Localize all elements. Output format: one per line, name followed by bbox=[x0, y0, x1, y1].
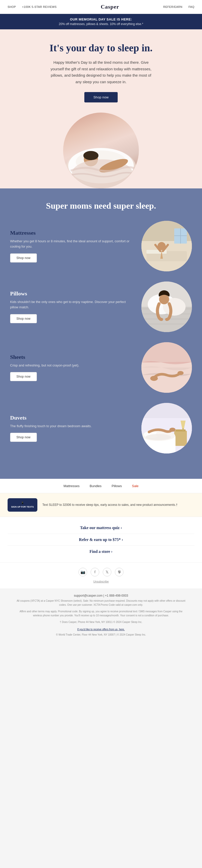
svg-point-27 bbox=[177, 371, 183, 375]
nav-reviews-link[interactable]: +100k 5-Star Reviews bbox=[22, 5, 57, 8]
svg-point-38 bbox=[146, 434, 171, 440]
text-signup-section: 📱 SIGN UP FOR TEXTS Text SLEEP to 32006 … bbox=[0, 493, 202, 517]
fine-print-3: † Does Casper, Phone 44 New York, NY 100… bbox=[15, 620, 187, 624]
footer-nav-bundles[interactable]: Bundles bbox=[90, 484, 102, 488]
nav-left-links: Shop +100k 5-Star Reviews bbox=[7, 5, 57, 8]
sheets-content: Sheets Crisp and refreshing, but not cra… bbox=[10, 354, 134, 381]
phone-signup-icon: 📱 SIGN UP FOR TEXTS bbox=[7, 498, 37, 512]
hero-body: Happy Mother's Day to all the tired moms… bbox=[48, 59, 154, 85]
duvets-shop-button[interactable]: Shop now bbox=[10, 433, 37, 442]
hero-image bbox=[63, 113, 139, 188]
duvets-illustration bbox=[141, 403, 192, 454]
mattresses-illustration bbox=[141, 221, 192, 271]
signup-label: SIGN UP FOR TEXTS bbox=[11, 505, 34, 508]
footer-details: support@casper.com | +1 888-498-0003 All… bbox=[0, 589, 202, 641]
pillows-desc: Kids shouldn't be the only ones who get … bbox=[10, 300, 134, 310]
sheets-desc: Crisp and refreshing, but not crayon-pro… bbox=[10, 363, 134, 368]
fine-print-1: All coupons (XFCTA) at a Casper NYC Show… bbox=[15, 599, 187, 607]
banner-title: OUR MEMORIAL DAY SALE IS HERE: bbox=[5, 18, 197, 21]
navigation: Shop +100k 5-Star Reviews Casper Refer/E… bbox=[0, 0, 202, 14]
svg-point-26 bbox=[150, 376, 158, 381]
footer-unsubscribe-link[interactable]: If you'd like to receive offers from us,… bbox=[77, 628, 125, 631]
super-moms-section: Super moms need super sleep. Mattresses … bbox=[0, 188, 202, 479]
text-signup-text: Text SLEEP to 32006 to receive sleep tip… bbox=[42, 502, 177, 507]
product-row-mattresses: Mattresses Whether you get 8 hours or 8 … bbox=[10, 221, 192, 271]
promo-banner: OUR MEMORIAL DAY SALE IS HERE: 20% off m… bbox=[0, 14, 202, 29]
hero-title: It's your day to sleep in. bbox=[15, 42, 187, 54]
product-row-sheets: Sheets Crisp and refreshing, but not cra… bbox=[10, 342, 192, 393]
twitter-icon[interactable]: 𝕏 bbox=[103, 568, 111, 577]
mattresses-image bbox=[141, 221, 192, 271]
svg-rect-33 bbox=[182, 428, 183, 431]
hero-section: It's your day to sleep in. Happy Mother'… bbox=[0, 29, 202, 188]
duvets-image bbox=[141, 403, 192, 454]
svg-rect-11 bbox=[174, 236, 187, 236]
unsubscribe-link[interactable]: Unsubscribe bbox=[93, 580, 108, 583]
nav-refer-link[interactable]: Refer/Earn bbox=[163, 5, 182, 8]
banner-subtitle: 20% off mattresses, pillows & sheets. 10… bbox=[5, 22, 197, 26]
find-store-link[interactable]: Find a store › bbox=[7, 546, 195, 557]
mattresses-shop-button[interactable]: Shop now bbox=[10, 253, 37, 262]
footer-nav-sale[interactable]: Sale bbox=[132, 484, 139, 488]
svg-rect-20 bbox=[141, 323, 192, 325]
refer-earn-link[interactable]: Refer & earn up to $75* › bbox=[7, 534, 195, 546]
footer-nav-pillows[interactable]: Pillows bbox=[112, 484, 122, 488]
product-footer-nav: Mattresses Bundles Pillows Sale bbox=[0, 479, 202, 493]
sheets-title: Sheets bbox=[10, 354, 134, 361]
pillows-content: Pillows Kids shouldn't be the only ones … bbox=[10, 290, 134, 323]
duvets-desc: The fluffy finishing touch to your dream… bbox=[10, 424, 134, 429]
svg-point-4 bbox=[83, 151, 98, 160]
duvets-content: Duvets The fluffy finishing touch to you… bbox=[10, 414, 134, 442]
hero-shop-now-button[interactable]: Shop now bbox=[84, 92, 118, 102]
pinterest-icon[interactable]: 𝕻 bbox=[115, 568, 124, 577]
mattresses-desc: Whether you get 8 hours or 8 minutes, fi… bbox=[10, 239, 134, 249]
mattresses-title: Mattresses bbox=[10, 230, 134, 236]
footer-nav-mattresses[interactable]: Mattresses bbox=[63, 484, 79, 488]
quick-links-section: Take our mattress quiz › Refer & earn up… bbox=[0, 517, 202, 563]
duvets-title: Duvets bbox=[10, 414, 134, 421]
sheets-illustration bbox=[141, 342, 192, 393]
mattress-quiz-link[interactable]: Take our mattress quiz › bbox=[7, 522, 195, 534]
super-moms-title: Super moms need super sleep. bbox=[10, 201, 192, 211]
support-email: support@casper.com | +1 888-498-0003 bbox=[7, 594, 195, 597]
sheets-shop-button[interactable]: Shop now bbox=[10, 372, 37, 381]
hero-illustration bbox=[63, 113, 139, 188]
social-section: 📷 f 𝕏 𝕻 Unsubscribe bbox=[0, 563, 202, 589]
nav-faq-link[interactable]: FAQ bbox=[189, 5, 195, 8]
pillows-illustration bbox=[141, 281, 192, 332]
social-icons-row: 📷 f 𝕏 𝕻 bbox=[5, 568, 197, 577]
fine-print-2: Affirm and other terms may apply. Promot… bbox=[15, 610, 187, 618]
product-row-duvets: Duvets The fluffy finishing touch to you… bbox=[10, 403, 192, 454]
pillows-shop-button[interactable]: Shop now bbox=[10, 314, 37, 323]
svg-point-39 bbox=[169, 428, 175, 432]
instagram-icon[interactable]: 📷 bbox=[78, 568, 87, 577]
mattresses-content: Mattresses Whether you get 8 hours or 8 … bbox=[10, 230, 134, 262]
pillows-title: Pillows bbox=[10, 290, 134, 297]
nav-shop-link[interactable]: Shop bbox=[7, 5, 16, 8]
pillows-image bbox=[141, 281, 192, 332]
phone-icon-label: 📱 bbox=[11, 501, 34, 504]
nav-right-links: Refer/Earn FAQ bbox=[163, 5, 195, 8]
product-row-pillows: Pillows Kids shouldn't be the only ones … bbox=[10, 281, 192, 332]
casper-logo[interactable]: Casper bbox=[101, 4, 119, 10]
facebook-icon[interactable]: f bbox=[91, 568, 99, 577]
svg-rect-31 bbox=[175, 429, 186, 431]
svg-rect-30 bbox=[174, 431, 187, 446]
footer-address: © World Trade Center, Floor 44 New York,… bbox=[7, 633, 195, 636]
sheets-image bbox=[141, 342, 192, 393]
